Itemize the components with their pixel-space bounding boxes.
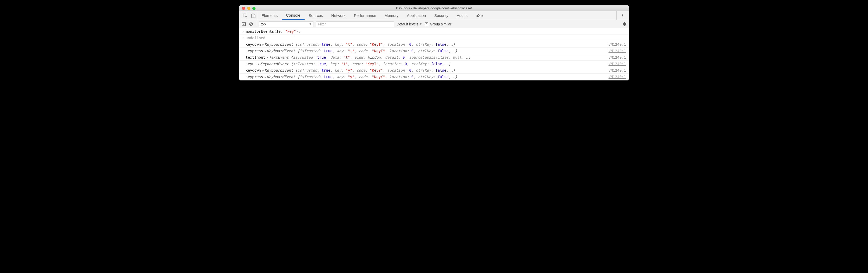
- event-name: keydown: [246, 42, 261, 46]
- svg-point-3: [622, 14, 623, 14]
- checkbox-checked-icon: ✓: [425, 22, 428, 26]
- return-value: undefined: [246, 36, 265, 40]
- prompt-icon: ›: [240, 29, 246, 33]
- tab-performance[interactable]: Performance: [350, 11, 380, 20]
- svg-point-4: [622, 15, 623, 16]
- log-row[interactable]: keypress▶KeyboardEvent {isTrusted: true,…: [239, 48, 629, 54]
- expand-icon[interactable]: ▶: [258, 63, 259, 65]
- return-icon: ‹: [240, 36, 246, 40]
- svg-point-5: [622, 16, 623, 17]
- source-link[interactable]: VM1240:1: [607, 55, 626, 60]
- log-content: textInput▶TextEvent {isTrusted: true, da…: [246, 55, 607, 60]
- console-input-content: monitorEvents($0, "key");: [246, 29, 626, 33]
- event-name: keypress: [246, 49, 263, 53]
- console-return-row: ‹ undefined: [239, 35, 629, 41]
- log-content: keypress▶KeyboardEvent {isTrusted: true,…: [246, 75, 607, 79]
- log-row[interactable]: keydown▶KeyboardEvent {isTrusted: true, …: [239, 41, 629, 48]
- tab-axe[interactable]: aXe: [472, 11, 487, 20]
- object-class: KeyboardEvent: [267, 49, 297, 53]
- log-content: keypress▶KeyboardEvent {isTrusted: true,…: [246, 49, 607, 53]
- event-name: keyup: [246, 62, 256, 66]
- minimize-window-button[interactable]: [247, 7, 250, 10]
- svg-line-8: [250, 23, 252, 25]
- expand-icon[interactable]: ▶: [262, 43, 264, 46]
- inspect-tools: [239, 11, 257, 20]
- log-row[interactable]: textInput▶TextEvent {isTrusted: true, da…: [239, 54, 629, 61]
- show-console-sidebar-icon[interactable]: [241, 22, 246, 27]
- more-menu-icon[interactable]: [620, 13, 625, 18]
- tab-application[interactable]: Application: [403, 11, 430, 20]
- event-name: keypress: [246, 75, 263, 79]
- titlebar: DevTools - developers.google.com/web/sho…: [239, 5, 629, 11]
- source-link[interactable]: VM1240:1: [607, 49, 626, 53]
- source-link[interactable]: VM1240:1: [607, 42, 626, 46]
- chevron-down-icon: ▼: [309, 23, 312, 26]
- clear-console-icon[interactable]: [249, 22, 253, 27]
- event-name: keydown: [246, 68, 261, 72]
- tab-elements[interactable]: Elements: [257, 11, 282, 20]
- group-similar-toggle[interactable]: ✓ Group similar: [425, 22, 452, 26]
- source-link[interactable]: VM1240:1: [607, 62, 626, 66]
- filter-placeholder: Filter: [318, 22, 326, 26]
- log-row[interactable]: keypress▶KeyboardEvent {isTrusted: true,…: [239, 74, 629, 80]
- log-content: keydown▶KeyboardEvent {isTrusted: true, …: [246, 68, 607, 72]
- filter-input[interactable]: Filter: [316, 21, 394, 27]
- traffic-lights: [239, 7, 255, 10]
- source-link[interactable]: VM1240:1: [607, 68, 626, 72]
- svg-rect-2: [253, 15, 255, 18]
- tab-security[interactable]: Security: [430, 11, 453, 20]
- log-row[interactable]: keydown▶KeyboardEvent {isTrusted: true, …: [239, 67, 629, 74]
- tab-console[interactable]: Console: [282, 11, 305, 20]
- console-body: › monitorEvents($0, "key"); ‹ undefined …: [239, 28, 629, 80]
- console-settings-icon[interactable]: [622, 22, 627, 27]
- log-content: keyup▶KeyboardEvent {isTrusted: true, ke…: [246, 62, 607, 66]
- expand-icon[interactable]: ▶: [265, 75, 266, 78]
- tab-sources[interactable]: Sources: [305, 11, 327, 20]
- close-window-button[interactable]: [242, 7, 245, 10]
- object-class: KeyboardEvent: [265, 68, 295, 72]
- log-levels-label: Default levels: [397, 22, 418, 26]
- zoom-window-button[interactable]: [252, 7, 255, 10]
- chevron-down-icon: ▼: [420, 23, 422, 26]
- group-similar-label: Group similar: [430, 22, 452, 26]
- expand-icon[interactable]: ▶: [265, 49, 266, 53]
- console-input-row[interactable]: › monitorEvents($0, "key");: [239, 28, 629, 35]
- tab-memory[interactable]: Memory: [380, 11, 403, 20]
- inspect-element-icon[interactable]: [243, 13, 247, 18]
- context-select[interactable]: top ▼: [259, 21, 313, 27]
- object-class: TextEvent: [269, 55, 291, 60]
- devtools-window: DevTools - developers.google.com/web/sho…: [239, 5, 629, 80]
- expand-icon[interactable]: ▶: [262, 69, 264, 72]
- panel-tabs: ElementsConsoleSourcesNetworkPerformance…: [239, 11, 629, 20]
- log-content: keydown▶KeyboardEvent {isTrusted: true, …: [246, 42, 607, 46]
- object-class: KeyboardEvent: [267, 75, 297, 79]
- context-select-value: top: [261, 22, 266, 26]
- device-toolbar-icon[interactable]: [251, 13, 255, 18]
- log-levels-select[interactable]: Default levels ▼: [397, 22, 422, 26]
- expand-icon[interactable]: ▶: [267, 56, 269, 59]
- log-row[interactable]: keyup▶KeyboardEvent {isTrusted: true, ke…: [239, 61, 629, 67]
- event-name: textInput: [246, 55, 265, 60]
- source-link[interactable]: VM1240:1: [607, 75, 626, 79]
- window-title: DevTools - developers.google.com/web/sho…: [239, 6, 629, 10]
- console-toolbar: top ▼ Filter Default levels ▼ ✓ Group si…: [239, 20, 629, 28]
- tab-audits[interactable]: Audits: [453, 11, 472, 20]
- object-class: KeyboardEvent: [265, 42, 295, 46]
- object-class: KeyboardEvent: [260, 62, 291, 66]
- tab-network[interactable]: Network: [327, 11, 350, 20]
